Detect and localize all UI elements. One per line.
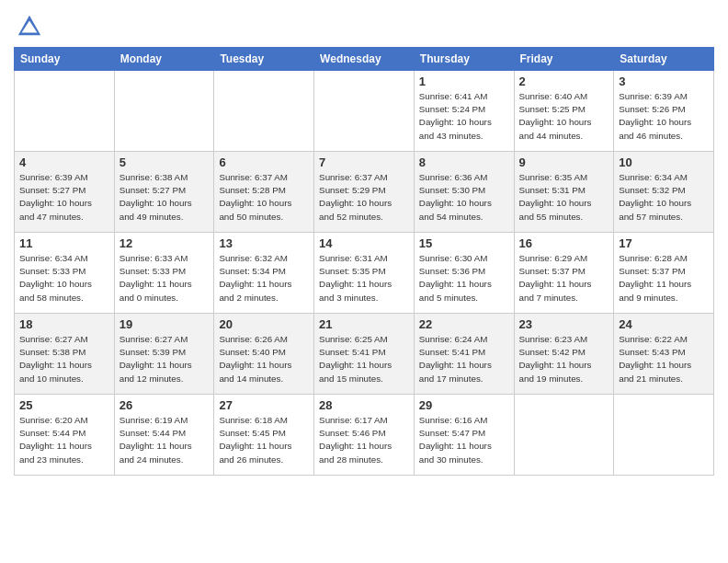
day-info: Sunrise: 6:16 AM Sunset: 5:47 PM Dayligh… <box>419 414 509 466</box>
calendar-week-row: 1Sunrise: 6:41 AM Sunset: 5:24 PM Daylig… <box>15 71 714 152</box>
day-number: 25 <box>19 398 109 412</box>
day-info: Sunrise: 6:28 AM Sunset: 5:37 PM Dayligh… <box>619 252 709 304</box>
day-number: 12 <box>119 236 210 250</box>
day-info: Sunrise: 6:39 AM Sunset: 5:27 PM Dayligh… <box>19 171 109 224</box>
calendar-cell: 2Sunrise: 6:40 AM Sunset: 5:25 PM Daylig… <box>514 71 614 152</box>
day-info: Sunrise: 6:36 AM Sunset: 5:30 PM Dayligh… <box>419 171 509 224</box>
calendar-cell: 3Sunrise: 6:39 AM Sunset: 5:26 PM Daylig… <box>614 71 714 152</box>
day-number: 13 <box>219 236 309 250</box>
day-info: Sunrise: 6:24 AM Sunset: 5:41 PM Dayligh… <box>419 333 509 385</box>
day-info: Sunrise: 6:41 AM Sunset: 5:24 PM Dayligh… <box>419 90 509 143</box>
day-number: 10 <box>619 155 709 169</box>
calendar-cell <box>514 395 614 476</box>
day-number: 14 <box>319 236 409 250</box>
calendar-cell: 25Sunrise: 6:20 AM Sunset: 5:44 PM Dayli… <box>15 395 115 476</box>
day-number: 20 <box>219 317 309 331</box>
calendar-cell <box>614 395 714 476</box>
calendar-cell: 9Sunrise: 6:35 AM Sunset: 5:31 PM Daylig… <box>514 152 614 233</box>
day-info: Sunrise: 6:32 AM Sunset: 5:34 PM Dayligh… <box>219 252 309 304</box>
calendar-week-row: 25Sunrise: 6:20 AM Sunset: 5:44 PM Dayli… <box>15 395 714 476</box>
calendar-cell <box>214 71 314 152</box>
day-number: 27 <box>219 398 309 412</box>
day-number: 26 <box>119 398 210 412</box>
calendar-cell: 1Sunrise: 6:41 AM Sunset: 5:24 PM Daylig… <box>414 71 514 152</box>
day-info: Sunrise: 6:29 AM Sunset: 5:37 PM Dayligh… <box>519 252 609 304</box>
day-info: Sunrise: 6:38 AM Sunset: 5:27 PM Dayligh… <box>119 171 210 224</box>
calendar-cell: 16Sunrise: 6:29 AM Sunset: 5:37 PM Dayli… <box>514 233 614 314</box>
day-number: 11 <box>19 236 109 250</box>
day-info: Sunrise: 6:34 AM Sunset: 5:33 PM Dayligh… <box>19 252 109 304</box>
day-info: Sunrise: 6:19 AM Sunset: 5:44 PM Dayligh… <box>119 414 210 466</box>
weekday-header: Saturday <box>614 48 714 71</box>
day-info: Sunrise: 6:22 AM Sunset: 5:43 PM Dayligh… <box>619 333 709 385</box>
calendar-cell: 20Sunrise: 6:26 AM Sunset: 5:40 PM Dayli… <box>214 314 314 395</box>
calendar-cell: 28Sunrise: 6:17 AM Sunset: 5:46 PM Dayli… <box>314 395 415 476</box>
day-number: 5 <box>119 155 210 169</box>
day-info: Sunrise: 6:27 AM Sunset: 5:38 PM Dayligh… <box>19 333 109 385</box>
day-info: Sunrise: 6:23 AM Sunset: 5:42 PM Dayligh… <box>519 333 609 385</box>
day-info: Sunrise: 6:27 AM Sunset: 5:39 PM Dayligh… <box>119 333 210 385</box>
day-number: 16 <box>519 236 609 250</box>
calendar-table: SundayMondayTuesdayWednesdayThursdayFrid… <box>14 47 714 476</box>
calendar-cell: 13Sunrise: 6:32 AM Sunset: 5:34 PM Dayli… <box>214 233 314 314</box>
calendar-cell: 29Sunrise: 6:16 AM Sunset: 5:47 PM Dayli… <box>414 395 514 476</box>
day-number: 22 <box>419 317 509 331</box>
weekday-header: Tuesday <box>214 48 314 71</box>
header <box>14 9 714 40</box>
day-number: 19 <box>119 317 210 331</box>
day-number: 28 <box>319 398 409 412</box>
calendar-cell: 19Sunrise: 6:27 AM Sunset: 5:39 PM Dayli… <box>114 314 214 395</box>
day-number: 4 <box>19 155 109 169</box>
weekday-header: Wednesday <box>314 48 415 71</box>
day-info: Sunrise: 6:34 AM Sunset: 5:32 PM Dayligh… <box>619 171 709 224</box>
calendar-cell: 8Sunrise: 6:36 AM Sunset: 5:30 PM Daylig… <box>414 152 514 233</box>
calendar-header-row: SundayMondayTuesdayWednesdayThursdayFrid… <box>15 48 714 71</box>
day-number: 29 <box>419 398 509 412</box>
day-number: 17 <box>619 236 709 250</box>
calendar-cell: 23Sunrise: 6:23 AM Sunset: 5:42 PM Dayli… <box>514 314 614 395</box>
day-number: 9 <box>519 155 609 169</box>
calendar-cell: 7Sunrise: 6:37 AM Sunset: 5:29 PM Daylig… <box>314 152 415 233</box>
day-number: 24 <box>619 317 709 331</box>
day-info: Sunrise: 6:40 AM Sunset: 5:25 PM Dayligh… <box>519 90 609 143</box>
day-info: Sunrise: 6:25 AM Sunset: 5:41 PM Dayligh… <box>319 333 409 385</box>
weekday-header: Friday <box>514 48 614 71</box>
day-number: 1 <box>419 75 509 88</box>
weekday-header: Sunday <box>15 48 115 71</box>
day-number: 3 <box>619 75 709 88</box>
calendar-cell: 6Sunrise: 6:37 AM Sunset: 5:28 PM Daylig… <box>214 152 314 233</box>
day-info: Sunrise: 6:18 AM Sunset: 5:45 PM Dayligh… <box>219 414 309 466</box>
day-info: Sunrise: 6:33 AM Sunset: 5:33 PM Dayligh… <box>119 252 210 304</box>
day-info: Sunrise: 6:17 AM Sunset: 5:46 PM Dayligh… <box>319 414 409 466</box>
calendar-cell: 11Sunrise: 6:34 AM Sunset: 5:33 PM Dayli… <box>15 233 115 314</box>
day-number: 7 <box>319 155 409 169</box>
calendar-cell: 26Sunrise: 6:19 AM Sunset: 5:44 PM Dayli… <box>114 395 214 476</box>
calendar-week-row: 4Sunrise: 6:39 AM Sunset: 5:27 PM Daylig… <box>15 152 714 233</box>
calendar-cell: 27Sunrise: 6:18 AM Sunset: 5:45 PM Dayli… <box>214 395 314 476</box>
calendar-cell: 21Sunrise: 6:25 AM Sunset: 5:41 PM Dayli… <box>314 314 415 395</box>
logo-icon <box>17 14 42 40</box>
day-number: 15 <box>419 236 509 250</box>
calendar-cell: 12Sunrise: 6:33 AM Sunset: 5:33 PM Dayli… <box>114 233 214 314</box>
weekday-header: Thursday <box>414 48 514 71</box>
calendar-cell: 24Sunrise: 6:22 AM Sunset: 5:43 PM Dayli… <box>614 314 714 395</box>
day-number: 6 <box>219 155 309 169</box>
calendar-cell: 4Sunrise: 6:39 AM Sunset: 5:27 PM Daylig… <box>15 152 115 233</box>
calendar-cell: 5Sunrise: 6:38 AM Sunset: 5:27 PM Daylig… <box>114 152 214 233</box>
logo <box>14 14 42 40</box>
calendar-week-row: 11Sunrise: 6:34 AM Sunset: 5:33 PM Dayli… <box>15 233 714 314</box>
calendar-cell: 22Sunrise: 6:24 AM Sunset: 5:41 PM Dayli… <box>414 314 514 395</box>
day-number: 18 <box>19 317 109 331</box>
day-info: Sunrise: 6:37 AM Sunset: 5:28 PM Dayligh… <box>219 171 309 224</box>
day-info: Sunrise: 6:31 AM Sunset: 5:35 PM Dayligh… <box>319 252 409 304</box>
day-number: 8 <box>419 155 509 169</box>
calendar-cell <box>314 71 415 152</box>
day-info: Sunrise: 6:26 AM Sunset: 5:40 PM Dayligh… <box>219 333 309 385</box>
day-info: Sunrise: 6:39 AM Sunset: 5:26 PM Dayligh… <box>619 90 709 143</box>
calendar-week-row: 18Sunrise: 6:27 AM Sunset: 5:38 PM Dayli… <box>15 314 714 395</box>
calendar-cell: 18Sunrise: 6:27 AM Sunset: 5:38 PM Dayli… <box>15 314 115 395</box>
day-number: 2 <box>519 75 609 88</box>
calendar-cell: 17Sunrise: 6:28 AM Sunset: 5:37 PM Dayli… <box>614 233 714 314</box>
day-info: Sunrise: 6:20 AM Sunset: 5:44 PM Dayligh… <box>19 414 109 466</box>
day-info: Sunrise: 6:37 AM Sunset: 5:29 PM Dayligh… <box>319 171 409 224</box>
